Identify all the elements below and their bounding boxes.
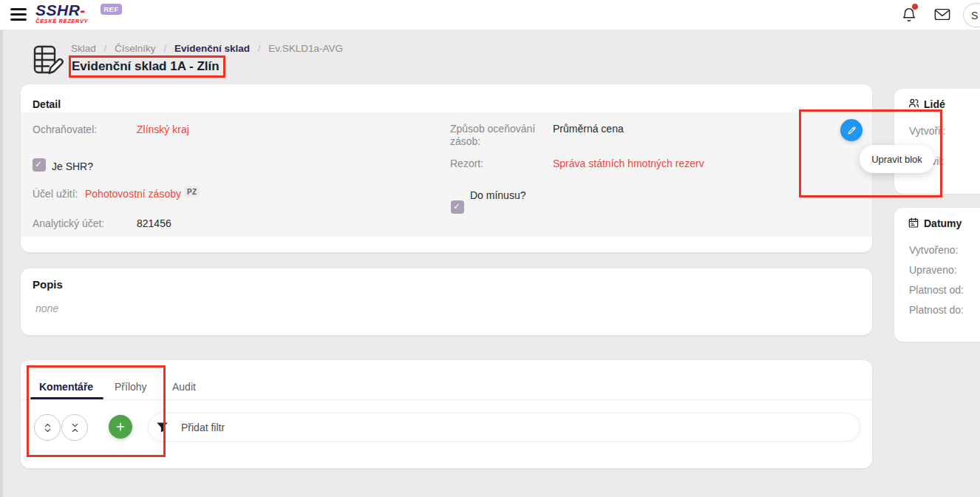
popis-card: Popis none xyxy=(21,268,872,335)
logo-dash: - xyxy=(80,1,86,18)
breadcrumb: Sklad / Číselníky / Evidenční sklad / Ev… xyxy=(71,43,348,54)
detail-card-heading: Detail xyxy=(33,98,61,110)
lide-card: Lidé Vytvořil: Upravil: xyxy=(894,89,980,194)
platnost-do-label: Platnost do: xyxy=(909,304,964,317)
plus-icon xyxy=(115,421,126,433)
je-shr-label: Je SHR? xyxy=(52,160,93,173)
upraveno-label: Upraveno: xyxy=(909,264,957,277)
vytvoril-label: Vytvořil: xyxy=(909,125,945,138)
do-minusu-label: Do mínusu? xyxy=(470,189,525,202)
tab-komentare[interactable]: Komentáře xyxy=(39,381,93,393)
hamburger-menu-icon[interactable] xyxy=(10,8,27,21)
breadcrumb-separator: / xyxy=(104,43,107,54)
expand-all-button[interactable] xyxy=(34,414,61,441)
analyticky-ucet-label: Analytický účet: xyxy=(33,217,104,230)
page-title: Evidenční sklad 1A - Zlín xyxy=(72,59,220,74)
datumy-card: Datumy Vytvořeno: Upraveno: Platnost od:… xyxy=(894,208,980,342)
breadcrumb-item-current-section[interactable]: Evidenční sklad xyxy=(174,43,250,54)
left-edge-strip xyxy=(0,30,3,497)
unfold-less-icon xyxy=(69,422,81,433)
rezort-value-link[interactable]: Správa státních hmotných rezerv xyxy=(553,158,704,170)
do-minusu-checkbox[interactable] xyxy=(451,200,464,214)
breadcrumb-separator: / xyxy=(258,43,261,54)
people-icon xyxy=(908,97,920,112)
logo-text: SSHR- xyxy=(35,1,88,18)
app-root: SSHR- ČESKÉ REZERVY REF S Sklad / xyxy=(0,0,980,497)
tabs-divider xyxy=(21,399,872,400)
filter-placeholder: Přidat filtr xyxy=(181,422,225,433)
ucel-uziti-label: Účel užití: xyxy=(33,188,78,200)
unfold-more-icon xyxy=(42,422,53,433)
calendar-icon xyxy=(908,217,919,231)
ochranovatel-value-link[interactable]: Zlínský kraj xyxy=(137,124,189,136)
environment-badge: REF xyxy=(101,4,122,15)
tab-prilohy[interactable]: Přílohy xyxy=(115,381,147,393)
breadcrumb-item[interactable]: Číselníky xyxy=(115,43,156,54)
pencil-icon xyxy=(846,125,857,136)
popis-heading: Popis xyxy=(33,278,63,291)
ucel-uziti-badge: PZ xyxy=(184,186,200,197)
edit-block-tooltip: Upravit blok xyxy=(860,145,934,173)
top-bar: SSHR- ČESKÉ REZERVY REF S xyxy=(0,0,980,30)
zpusob-ocenovani-label: Způsob oceňování zásob: xyxy=(450,123,550,148)
lide-card-heading: Lidé xyxy=(924,98,945,110)
filter-funnel-icon xyxy=(155,420,169,434)
rezort-label: Rezort: xyxy=(450,158,483,170)
je-shr-checkbox[interactable] xyxy=(33,158,46,172)
active-tab-indicator xyxy=(30,397,103,399)
breadcrumb-separator: / xyxy=(163,43,166,54)
breadcrumb-item-record[interactable]: Ev.SKLD1a-AVG xyxy=(268,43,343,54)
analyticky-ucet-value: 821456 xyxy=(137,217,171,230)
vytvoreno-label: Vytvořeno: xyxy=(909,244,958,257)
collapse-all-button[interactable] xyxy=(61,414,88,441)
messages-envelope-icon[interactable] xyxy=(934,8,950,24)
notifications-bell-icon[interactable] xyxy=(901,6,917,27)
ucel-uziti-value-link[interactable]: Pohotovostní zásoby xyxy=(85,188,181,200)
user-avatar[interactable]: S xyxy=(963,3,980,27)
notification-dot xyxy=(912,4,918,10)
entity-icon xyxy=(30,42,65,81)
datumy-card-heading: Datumy xyxy=(924,217,962,229)
popis-empty-text: none xyxy=(35,302,58,314)
filter-input[interactable]: Přidat filtr xyxy=(148,413,860,442)
edit-block-button[interactable] xyxy=(840,119,862,141)
platnost-od-label: Platnost od: xyxy=(909,284,964,297)
ochranovatel-label: Ochraňovatel: xyxy=(33,124,97,136)
tab-audit[interactable]: Audit xyxy=(172,381,196,393)
zpusob-ocenovani-value: Průměrná cena xyxy=(553,123,624,135)
app-logo[interactable]: SSHR- ČESKÉ REZERVY xyxy=(35,1,88,24)
add-comment-button[interactable] xyxy=(109,415,132,439)
breadcrumb-item[interactable]: Sklad xyxy=(71,43,96,54)
logo-subtitle: ČESKÉ REZERVY xyxy=(35,18,88,24)
